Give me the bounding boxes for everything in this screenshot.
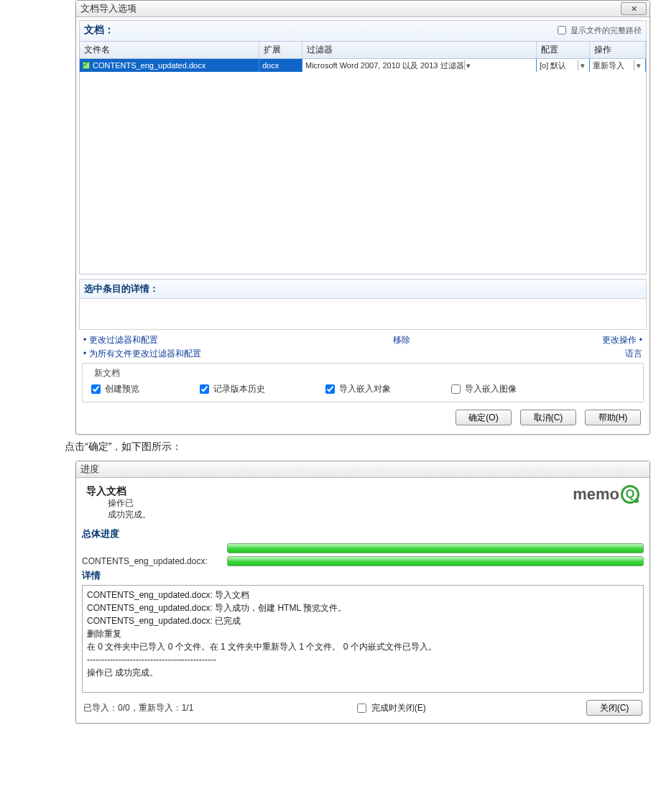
close-button[interactable]: ✕ [621, 2, 647, 15]
detail-line: 删除重复 [87, 627, 639, 640]
cbx-record-history-input[interactable] [200, 384, 209, 394]
progress-footer: 已导入：0/0，重新导入：1/1 完成时关闭(E) 关闭(C) [82, 693, 644, 716]
cell-op-text: 重新导入 [593, 60, 624, 71]
close-on-finish-input[interactable] [357, 703, 366, 713]
chevron-down-icon[interactable]: ▾ [578, 60, 586, 70]
file-progress-row: CONTENTS_eng_updated.docx: [82, 556, 644, 566]
file-progress-bar [227, 556, 644, 566]
memoq-q-icon: Q [621, 485, 639, 504]
table-header: 文件名 扩展 过滤器 配置 操作 [79, 41, 647, 59]
overall-progress-bar [227, 543, 644, 553]
cbx-import-embed-obj-input[interactable] [325, 384, 335, 394]
close-icon: ✕ [631, 4, 637, 14]
close-button[interactable]: 关闭(C) [586, 700, 642, 716]
cbx-import-embed-img-input[interactable] [451, 384, 461, 394]
show-full-path-input[interactable] [558, 26, 566, 34]
detail-line: 操作已 成功完成。 [87, 666, 639, 679]
cbx-import-embed-obj[interactable]: 导入嵌入对象 [323, 382, 391, 396]
link-remove[interactable]: 移除 [393, 334, 410, 346]
cbx-record-history[interactable]: 记录版本历史 [197, 382, 265, 396]
ok-button[interactable]: 确定(O) [456, 410, 512, 425]
cbx-import-embed-img[interactable]: 导入嵌入图像 [448, 382, 517, 396]
cbx-create-preview[interactable]: 创建预览 [88, 382, 139, 396]
detail-line: CONTENTS_eng_updated.docx: 导入文档 [87, 589, 639, 601]
detail-line: CONTENTS_eng_updated.docx: 导入成功，创建 HTML … [87, 601, 639, 614]
progress-dialog: 进度 导入文档 操作已 成功完成。 memo Q 总体进度 [75, 461, 650, 724]
detail-line: CONTENTS_eng_updated.docx: 已完成 [87, 614, 639, 627]
dialog-buttons: 确定(O) 取消(C) 帮助(H) [79, 405, 647, 431]
show-full-path-label: 显示文件的完整路径 [570, 25, 642, 36]
overall-progress-row [82, 543, 644, 553]
col-op[interactable]: 操作 [590, 42, 646, 58]
detail-line: ----------------------------------------… [87, 653, 639, 666]
overall-label: 总体进度 [82, 527, 644, 540]
dialog-titlebar: 文档导入选项 ✕ [76, 1, 650, 17]
show-full-path-checkbox[interactable]: 显示文件的完整路径 [555, 24, 642, 37]
cell-filter-text: Microsoft Word 2007, 2010 以及 2013 过滤器 [305, 60, 464, 71]
col-ext[interactable]: 扩展 [259, 42, 302, 58]
link-language[interactable]: 语言 [625, 348, 642, 360]
new-document-group: 新文档 创建预览 记录版本历史 导入嵌入对象 [82, 363, 644, 402]
cell-config-text: [o] 默认 [540, 60, 566, 71]
op-sub1: 操作已 [108, 498, 151, 509]
col-filename[interactable]: 文件名 [80, 42, 259, 58]
chevron-down-icon[interactable]: ▾ [634, 60, 642, 70]
table-row[interactable]: CONTENTS_eng_updated.docx docx Microsoft… [80, 59, 646, 72]
col-filter[interactable]: 过滤器 [302, 42, 537, 58]
memoq-logo: memo Q [573, 485, 639, 504]
cell-filter[interactable]: Microsoft Word 2007, 2010 以及 2013 过滤器 ▾ [302, 59, 537, 72]
link-change-op[interactable]: 更改操作 [602, 334, 642, 346]
details-label: 详情 [82, 569, 644, 582]
dialog-title: 文档导入选项 [80, 2, 137, 15]
cbx-record-history-label: 记录版本历史 [213, 383, 265, 395]
chevron-down-icon[interactable]: ▾ [464, 60, 473, 70]
check-icon [83, 62, 90, 69]
link-change-filter[interactable]: 更改过滤器和配置 [83, 334, 201, 346]
dialog-titlebar: 进度 [76, 461, 650, 478]
cell-ext: docx [259, 59, 302, 72]
table-body: CONTENTS_eng_updated.docx docx Microsoft… [79, 59, 647, 274]
cbx-create-preview-input[interactable] [91, 384, 101, 394]
links-row: 更改过滤器和配置 为所有文件更改过滤器和配置 移除 更改操作 语言 [79, 330, 647, 361]
memoq-text: memo [573, 485, 619, 504]
import-options-dialog: 文档导入选项 ✕ 文档： 显示文件的完整路径 文件名 扩展 过滤器 配置 操作 [75, 0, 650, 435]
help-button[interactable]: 帮助(H) [585, 410, 641, 425]
dialog-title: 进度 [80, 463, 99, 476]
cbx-import-embed-obj-label: 导入嵌入对象 [339, 383, 391, 395]
close-on-finish-label: 完成时关闭(E) [371, 702, 426, 714]
cell-config[interactable]: [o] 默认 ▾ [537, 59, 590, 72]
op-title: 导入文档 [86, 485, 151, 498]
selected-detail-label: 选中条目的详情： [79, 279, 647, 298]
details-box[interactable]: CONTENTS_eng_updated.docx: 导入文档 CONTENTS… [82, 585, 644, 693]
op-sub2: 成功完成。 [108, 509, 151, 521]
col-config[interactable]: 配置 [537, 42, 590, 58]
cell-filename-text: CONTENTS_eng_updated.docx [93, 61, 205, 70]
cbx-create-preview-label: 创建预览 [105, 383, 139, 395]
file-progress-label: CONTENTS_eng_updated.docx: [82, 556, 223, 566]
progress-header: 导入文档 操作已 成功完成。 memo Q [82, 482, 644, 525]
cbx-import-embed-img-label: 导入嵌入图像 [465, 383, 517, 395]
documents-section-header: 文档： 显示文件的完整路径 [79, 20, 647, 41]
link-change-all[interactable]: 为所有文件更改过滤器和配置 [83, 348, 201, 360]
close-on-finish-checkbox[interactable]: 完成时关闭(E) [354, 701, 426, 715]
cancel-button[interactable]: 取消(C) [520, 410, 576, 425]
detail-line: 在 0 文件夹中已导入 0 个文件。在 1 文件夹中重新导入 1 个文件。 0 … [87, 640, 639, 653]
selected-detail-box [79, 298, 647, 330]
footer-summary: 已导入：0/0，重新导入：1/1 [83, 702, 193, 714]
cell-op[interactable]: 重新导入 ▾ [590, 59, 646, 72]
new-document-legend: 新文档 [91, 367, 123, 379]
cell-filename: CONTENTS_eng_updated.docx [80, 59, 259, 72]
documents-label: 文档： [84, 24, 114, 37]
caption-text: 点击“确定”，如下图所示： [65, 440, 661, 453]
